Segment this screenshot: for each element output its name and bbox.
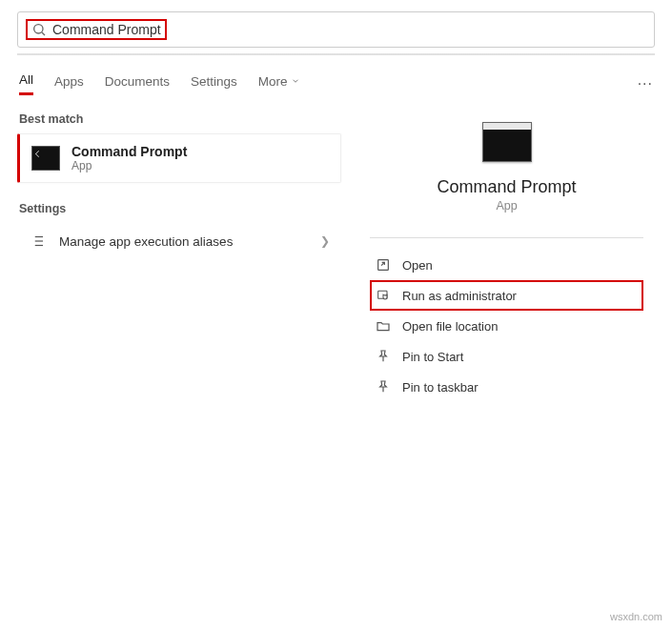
settings-section-label: Settings bbox=[17, 202, 341, 215]
preview-title: Command Prompt bbox=[437, 177, 576, 197]
best-match-text: Command Prompt App bbox=[71, 144, 187, 172]
settings-item-aliases[interactable]: Manage app execution aliases ❯ bbox=[17, 223, 341, 259]
svg-line-1 bbox=[42, 32, 45, 35]
settings-item-label: Manage app execution aliases bbox=[59, 234, 233, 249]
preview-column: Command Prompt App Open Run as administr… bbox=[341, 112, 672, 402]
folder-icon bbox=[376, 318, 391, 334]
settings-row-left: Manage app execution aliases bbox=[29, 233, 233, 250]
search-query-text: Command Prompt bbox=[52, 22, 161, 37]
action-open-location-label: Open file location bbox=[402, 319, 498, 334]
best-match-result[interactable]: Command Prompt App bbox=[17, 133, 341, 183]
search-highlight-box: Command Prompt bbox=[26, 19, 167, 40]
action-open[interactable]: Open bbox=[370, 250, 643, 280]
tab-settings[interactable]: Settings bbox=[191, 74, 237, 94]
result-subtitle: App bbox=[71, 159, 187, 172]
shield-admin-icon bbox=[376, 288, 391, 303]
watermark: wsxdn.com bbox=[610, 611, 662, 622]
svg-rect-8 bbox=[378, 260, 389, 271]
preview-subtitle: App bbox=[496, 199, 517, 213]
command-prompt-icon-large bbox=[482, 122, 532, 162]
best-match-label: Best match bbox=[17, 112, 341, 126]
action-open-label: Open bbox=[402, 258, 433, 273]
filter-tabs: All Apps Documents Settings More ··· bbox=[0, 55, 672, 103]
results-column: Best match Command Prompt App Settings M… bbox=[17, 112, 341, 402]
app-preview: Command Prompt App bbox=[370, 122, 643, 213]
command-prompt-icon bbox=[31, 146, 60, 171]
open-icon bbox=[376, 257, 391, 273]
pin-icon bbox=[376, 349, 391, 364]
action-pin-start-label: Pin to Start bbox=[402, 350, 463, 364]
action-pin-taskbar-label: Pin to taskbar bbox=[402, 380, 479, 395]
action-pin-to-taskbar[interactable]: Pin to taskbar bbox=[370, 372, 643, 402]
action-open-file-location[interactable]: Open file location bbox=[370, 311, 643, 341]
search-bar[interactable]: Command Prompt bbox=[17, 11, 655, 48]
tab-more[interactable]: More bbox=[258, 74, 300, 94]
result-title: Command Prompt bbox=[71, 144, 187, 159]
tab-documents[interactable]: Documents bbox=[105, 74, 170, 94]
action-pin-to-start[interactable]: Pin to Start bbox=[370, 341, 643, 372]
chevron-down-icon bbox=[291, 76, 300, 86]
chevron-right-icon: ❯ bbox=[320, 234, 330, 248]
action-list: Open Run as administrator Open file loca… bbox=[370, 250, 643, 402]
tab-all[interactable]: All bbox=[19, 72, 33, 95]
aliases-icon bbox=[29, 233, 46, 250]
action-run-as-administrator[interactable]: Run as administrator bbox=[370, 280, 643, 311]
content-area: Best match Command Prompt App Settings M… bbox=[0, 103, 672, 402]
divider bbox=[370, 237, 643, 238]
tab-apps[interactable]: Apps bbox=[54, 74, 84, 94]
tab-more-label: More bbox=[258, 74, 288, 89]
action-run-admin-label: Run as administrator bbox=[402, 289, 517, 303]
svg-point-0 bbox=[34, 25, 43, 33]
search-icon bbox=[31, 22, 47, 37]
more-options-button[interactable]: ··· bbox=[638, 75, 653, 92]
search-underline bbox=[17, 53, 655, 55]
pin-icon bbox=[376, 379, 391, 395]
